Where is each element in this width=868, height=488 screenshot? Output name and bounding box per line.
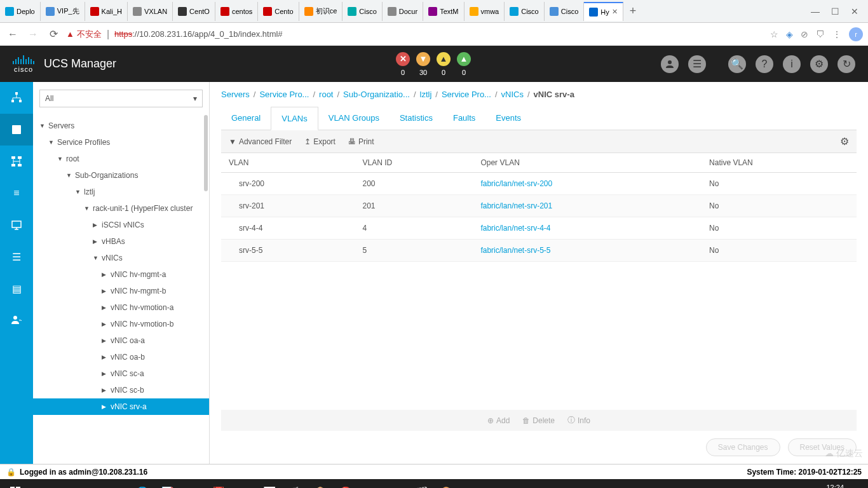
vlc-icon[interactable]: 🔺 [180,479,206,488]
browser-tab[interactable]: Deplo [0,2,41,21]
bookmark-icon[interactable]: ☆ [770,29,778,39]
tree-item[interactable]: ▶iSCSI vNICs [33,217,209,233]
tree-item[interactable]: ▶vHBAs [33,233,209,250]
new-tab-button[interactable]: + [623,4,643,18]
tree-item[interactable]: ▼Servers [33,118,209,134]
paint-icon[interactable]: 🎨 [435,479,460,488]
list-icon[interactable]: ☰ [688,55,706,73]
chrome-icon[interactable]: 🌐 [130,479,155,488]
help-icon[interactable]: ? [756,55,773,73]
wireshark-icon[interactable]: 🦈 [282,479,308,488]
nav-forward-icon[interactable]: → [25,29,41,40]
browser-tab[interactable]: Hy✕ [584,2,623,21]
nav-back-icon[interactable]: ← [5,29,20,40]
status-green[interactable]: ▲0 [457,52,471,76]
export-button[interactable]: ↥ Export [304,137,336,146]
browser-tab[interactable]: Cisco [505,2,545,21]
window-close[interactable]: ✕ [851,6,858,17]
table-settings-icon[interactable]: ⚙ [840,135,849,147]
user-icon[interactable] [661,55,679,73]
tree-item[interactable]: ▼Service Profiles [33,134,209,151]
vm-icon[interactable]: 📦 [308,479,333,488]
table-row[interactable]: srv-4-44fabric/lan/net-srv-4-4No [221,217,857,240]
status-yellow[interactable]: ▲0 [437,52,451,76]
url-field[interactable]: https://10.208.231.16/app/4_0_1b/index.h… [114,29,765,39]
oper-vlan-link[interactable]: fabric/lan/net-srv-201 [480,201,552,210]
sublime-icon[interactable]: 📝 [155,479,180,488]
tree-item[interactable]: ▶vNIC sc-a [33,365,209,382]
tree-item[interactable]: ▶vNIC hv-vmotion-a [33,299,209,316]
tree-item[interactable]: ▶vNIC hv-mgmt-a [33,266,209,283]
browser-tab[interactable]: TextM [423,2,464,21]
tree-item[interactable]: ▶vNIC srv-a [33,398,209,415]
advanced-filter-button[interactable]: ▼ Advanced Filter [229,137,292,146]
start-button[interactable] [3,479,28,488]
calendar-icon[interactable]: 📅 [206,479,231,488]
breadcrumb-link[interactable]: root [319,90,333,99]
tree-item[interactable]: ▼lztlj [33,184,209,200]
browser-tab[interactable]: Cento [258,2,299,21]
oper-vlan-link[interactable]: fabric/lan/net-srv-200 [480,179,552,188]
breadcrumb-link[interactable]: Service Pro... [259,90,309,99]
breadcrumb-link[interactable]: lztlj [420,90,432,99]
tree-item[interactable]: ▼root [33,151,209,167]
tree-item[interactable]: ▼vNICs [33,250,209,266]
shield-icon[interactable]: ⛉ [816,29,825,39]
table-row[interactable]: srv-201201fabric/lan/net-srv-201No [221,195,857,217]
save-changes-button[interactable]: Save Changes [706,438,780,456]
browser-tab[interactable]: centos [215,2,258,21]
browser-tab[interactable]: CentO [173,2,215,21]
browser-tab[interactable]: Cisco [545,2,585,21]
tab-faults[interactable]: Faults [443,107,485,130]
rail-lan-icon[interactable] [0,146,33,177]
cortana-icon[interactable]: ○ [28,479,53,488]
delete-button[interactable]: 🗑 Delete [522,415,555,426]
app1-icon[interactable]: 🖥 [231,479,257,488]
column-header[interactable]: VLAN ID [355,153,473,173]
app4-icon[interactable]: 📷 [358,479,384,488]
window-maximize[interactable]: ☐ [831,6,839,17]
tab-statistics[interactable]: Statistics [390,107,443,130]
breadcrumb-link[interactable]: Sub-Organizatio... [343,90,410,99]
app2-icon[interactable]: 📊 [257,479,282,488]
rail-vm-icon[interactable] [0,209,33,241]
print-button[interactable]: 🖶 Print [348,137,374,146]
info-button[interactable]: ⓘ Info [567,415,590,426]
rail-san-icon[interactable]: ≡ [0,177,33,209]
info-icon[interactable]: i [783,55,801,73]
refresh-icon[interactable]: ↻ [837,55,855,73]
tree-item[interactable]: ▶vNIC hv-vmotion-b [33,316,209,332]
blocker-icon[interactable]: ⊘ [801,29,808,39]
tab-events[interactable]: Events [485,107,531,130]
clock[interactable]: 12:242 [826,484,844,488]
tree-item[interactable]: ▼Sub-Organizations [33,167,209,184]
browser-tab[interactable]: Docur [383,2,423,21]
tree-item[interactable]: ▶vNIC oa-b [33,349,209,365]
rail-admin-icon[interactable] [0,304,33,336]
breadcrumb-link[interactable]: vNICs [501,90,524,99]
explorer-icon[interactable]: 📁 [79,479,104,488]
column-header[interactable]: Native VLAN [702,153,857,173]
filter-dropdown[interactable]: All▾ [39,90,203,107]
browser-tab[interactable]: VIP_先 [41,2,85,21]
rail-servers-icon[interactable] [0,114,33,146]
rail-storage-icon[interactable]: ☰ [0,241,33,273]
breadcrumb-link[interactable]: Servers [221,90,250,99]
security-warning[interactable]: ▲ 不安全 [66,29,102,40]
nav-reload-icon[interactable]: ⟳ [46,28,61,40]
rail-chassis-icon[interactable]: ▤ [0,273,33,304]
ie-icon[interactable]: e [104,479,130,488]
browser-tab[interactable]: VXLAN [128,2,173,21]
settings-icon[interactable]: ⚙ [810,55,828,73]
status-red[interactable]: ✕0 [396,52,410,76]
search-icon[interactable]: 🔍 [728,55,746,73]
tree-item[interactable]: ▶vNIC oa-a [33,332,209,349]
browser-tab[interactable]: Kali_H [85,2,128,21]
rail-equipment-icon[interactable] [0,82,33,114]
profile-avatar[interactable]: r [849,27,863,41]
window-minimize[interactable]: — [811,6,820,17]
tree-item[interactable]: ▶vNIC hv-mgmt-b [33,283,209,299]
app3-icon[interactable]: 🔴 [333,479,358,488]
app5-icon[interactable]: 💻 [384,479,409,488]
breadcrumb-link[interactable]: Service Pro... [442,90,491,99]
